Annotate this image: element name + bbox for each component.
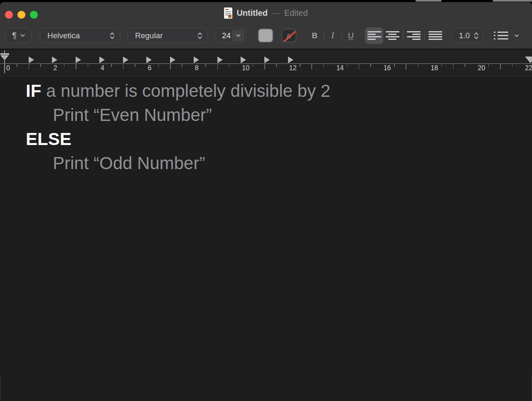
chevron-down-icon	[236, 34, 241, 37]
ruler-tick	[205, 64, 206, 67]
ruler-tick	[88, 64, 89, 67]
chevron-down-icon	[20, 34, 25, 37]
tab-stop-marker[interactable]	[29, 57, 34, 63]
font-family-dropdown[interactable]: Helvetica	[40, 28, 120, 43]
window-title-group: Untitled — Edited	[0, 2, 532, 24]
chevron-down-icon	[514, 34, 519, 37]
align-center-icon	[386, 31, 399, 40]
ruler-tick	[311, 64, 312, 69]
ruler-tick	[264, 64, 265, 69]
alignment-group	[365, 27, 444, 44]
ruler-number: 20	[478, 64, 485, 72]
tab-stop-marker[interactable]	[241, 57, 246, 63]
ruler-tick	[229, 64, 230, 67]
align-center-button[interactable]	[383, 27, 401, 44]
background-window-edge	[493, 0, 532, 2]
ruler-number: 22	[525, 64, 532, 72]
ruler-tick	[300, 64, 300, 67]
bold-button[interactable]: B	[307, 28, 322, 43]
edited-status: Edited	[284, 8, 308, 18]
tab-stop-marker[interactable]	[288, 57, 293, 63]
tab-stop-marker[interactable]	[194, 57, 199, 63]
tab-stop-marker[interactable]	[76, 57, 81, 63]
text-background-color-well[interactable]: a	[281, 29, 296, 42]
document-text-line: Print “Odd Number”	[0, 151, 532, 175]
ruler-tick	[29, 64, 30, 69]
tab-stop-marker[interactable]	[146, 57, 152, 63]
text-segment-body: a number is completely divisible by 2	[41, 81, 330, 101]
ruler-tick	[17, 64, 17, 67]
ruler-number: 10	[242, 64, 249, 72]
chevron-up-down-icon	[197, 32, 202, 39]
tab-stop-marker[interactable]	[217, 57, 223, 63]
paragraph-style-button[interactable]: ¶	[6, 28, 31, 43]
ruler-tick	[323, 64, 324, 67]
ruler-tick	[370, 64, 371, 67]
document-icon	[224, 7, 232, 19]
format-toolbar: ¶ Helvetica Regular 24 a B I U	[0, 24, 532, 49]
ruler-number: 4	[101, 64, 104, 72]
tab-stop-marker[interactable]	[52, 57, 57, 63]
document-text-line: Print “Even Number”	[0, 103, 532, 127]
ruler-tick	[465, 64, 466, 67]
ruler-tick	[111, 64, 112, 67]
ruler-tick	[347, 64, 348, 67]
tab-stop-marker[interactable]	[170, 57, 175, 63]
ruler-baseline	[0, 63, 532, 64]
ruler-tick	[123, 64, 124, 69]
ruler-tick	[135, 64, 135, 67]
align-left-button[interactable]	[365, 27, 383, 44]
left-margin-stem	[4, 50, 5, 73]
ruler-number: 14	[336, 64, 344, 72]
ruler-number: 16	[384, 64, 391, 72]
text-segment-keyword: IF	[26, 81, 41, 101]
ruler-tick	[359, 64, 360, 69]
font-family-value: Helvetica	[47, 31, 80, 40]
font-style-value: Regular	[135, 31, 163, 40]
text-editing-area[interactable]: IF a number is completely divisible by 2…	[0, 76, 532, 376]
text-segment-body: Print “Even Number”	[53, 105, 212, 125]
ruler[interactable]: 0246810121416182022	[0, 49, 532, 76]
font-size-control[interactable]: 24	[216, 28, 246, 43]
italic-button[interactable]: I	[325, 28, 340, 43]
right-indent-marker[interactable]	[525, 57, 532, 63]
bulleted-list-icon	[494, 32, 508, 40]
font-size-value: 24	[216, 31, 231, 40]
divider	[424, 31, 425, 41]
window-title: Untitled	[236, 8, 267, 18]
ruler-tick	[512, 64, 513, 67]
line-spacing-stepper[interactable]: 1.0	[452, 28, 483, 43]
divider	[323, 31, 324, 41]
title-bar[interactable]: Untitled — Edited	[0, 2, 532, 24]
ruler-tick	[406, 64, 406, 69]
tab-stop-marker[interactable]	[99, 57, 105, 63]
underline-button[interactable]: U	[343, 28, 358, 43]
align-right-button[interactable]	[405, 27, 423, 44]
ruler-number: 2	[53, 64, 57, 72]
document-text-line: ELSE	[0, 127, 532, 151]
ruler-number: 12	[289, 64, 297, 72]
text-color-well[interactable]	[258, 29, 273, 42]
left-indent-marker[interactable]	[0, 53, 9, 60]
textedit-window: Untitled — Edited ¶ Helvetica Regular 24…	[0, 2, 532, 401]
ruler-tick	[40, 64, 41, 67]
document-text-line: IF a number is completely divisible by 2	[0, 79, 532, 103]
list-style-control[interactable]	[494, 32, 519, 40]
ruler-tick	[453, 64, 454, 69]
ruler-tick	[217, 64, 218, 69]
ruler-tick	[64, 64, 65, 67]
divider	[342, 31, 342, 41]
font-style-dropdown[interactable]: Regular	[128, 28, 208, 43]
tab-stop-marker[interactable]	[123, 57, 128, 63]
align-justify-button[interactable]	[426, 27, 444, 44]
ruler-tick	[253, 64, 254, 67]
font-size-menu-button[interactable]	[232, 30, 244, 42]
ruler-tick	[276, 64, 277, 67]
text-segment-keyword: ELSE	[26, 129, 71, 149]
ruler-number: 8	[195, 64, 199, 72]
text-style-group: B I U	[307, 28, 358, 43]
ruler-tick	[488, 64, 489, 67]
background-window-edge	[416, 0, 441, 2]
divider	[403, 31, 404, 41]
tab-stop-marker[interactable]	[264, 57, 270, 63]
